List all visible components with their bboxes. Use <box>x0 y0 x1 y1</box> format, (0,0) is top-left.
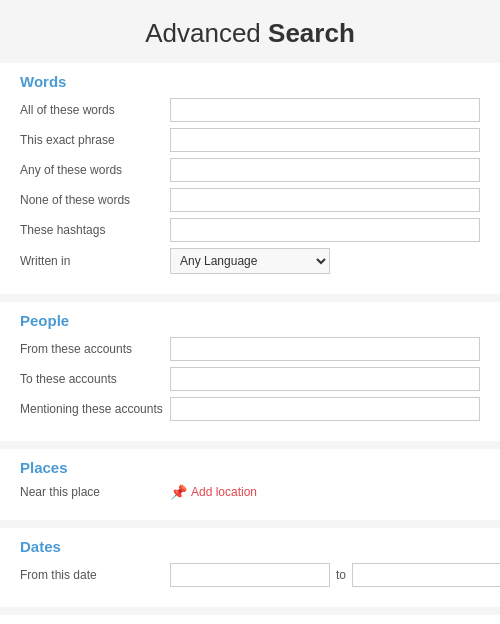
none-words-label: None of these words <box>20 193 170 207</box>
dates-section: Dates From this date to <box>0 528 500 607</box>
any-words-row: Any of these words <box>20 158 480 182</box>
add-location-button[interactable]: 📌 Add location <box>170 484 257 500</box>
all-words-row: All of these words <box>20 98 480 122</box>
any-words-label: Any of these words <box>20 163 170 177</box>
places-section: Places Near this place 📌 Add location <box>0 449 500 520</box>
language-label: Written in <box>20 254 170 268</box>
from-date-label: From this date <box>20 568 170 582</box>
mentioning-input[interactable] <box>170 397 480 421</box>
mentioning-label: Mentioning these accounts <box>20 402 170 416</box>
from-accounts-input[interactable] <box>170 337 480 361</box>
exact-phrase-row: This exact phrase <box>20 128 480 152</box>
from-accounts-row: From these accounts <box>20 337 480 361</box>
places-header: Places <box>20 459 480 476</box>
hashtags-row: These hashtags <box>20 218 480 242</box>
dates-header: Dates <box>20 538 480 555</box>
exact-phrase-input[interactable] <box>170 128 480 152</box>
page-title: Advanced Search <box>0 0 500 63</box>
from-date-input[interactable] <box>170 563 330 587</box>
mentioning-row: Mentioning these accounts <box>20 397 480 421</box>
people-section: People From these accounts To these acco… <box>0 302 500 441</box>
near-place-label: Near this place <box>20 485 170 499</box>
date-to-label: to <box>336 568 346 582</box>
other-section: Other Select: Positive :) Negative :( Qu… <box>0 615 500 624</box>
none-words-input[interactable] <box>170 188 480 212</box>
language-row: Written in Any Language English Spanish … <box>20 248 480 274</box>
to-accounts-row: To these accounts <box>20 367 480 391</box>
date-row: From this date to <box>20 563 480 587</box>
exact-phrase-label: This exact phrase <box>20 133 170 147</box>
from-accounts-label: From these accounts <box>20 342 170 356</box>
location-pin-icon: 📌 <box>170 484 187 500</box>
add-location-label: Add location <box>191 485 257 499</box>
to-date-input[interactable] <box>352 563 500 587</box>
words-section: Words All of these words This exact phra… <box>0 63 500 294</box>
none-words-row: None of these words <box>20 188 480 212</box>
to-accounts-label: To these accounts <box>20 372 170 386</box>
words-header: Words <box>20 73 480 90</box>
near-place-row: Near this place 📌 Add location <box>20 484 480 500</box>
people-header: People <box>20 312 480 329</box>
to-accounts-input[interactable] <box>170 367 480 391</box>
any-words-input[interactable] <box>170 158 480 182</box>
hashtags-input[interactable] <box>170 218 480 242</box>
hashtags-label: These hashtags <box>20 223 170 237</box>
all-words-label: All of these words <box>20 103 170 117</box>
all-words-input[interactable] <box>170 98 480 122</box>
page: Advanced Search Words All of these words… <box>0 0 500 624</box>
language-select[interactable]: Any Language English Spanish French Germ… <box>170 248 330 274</box>
date-inputs: to <box>170 563 500 587</box>
